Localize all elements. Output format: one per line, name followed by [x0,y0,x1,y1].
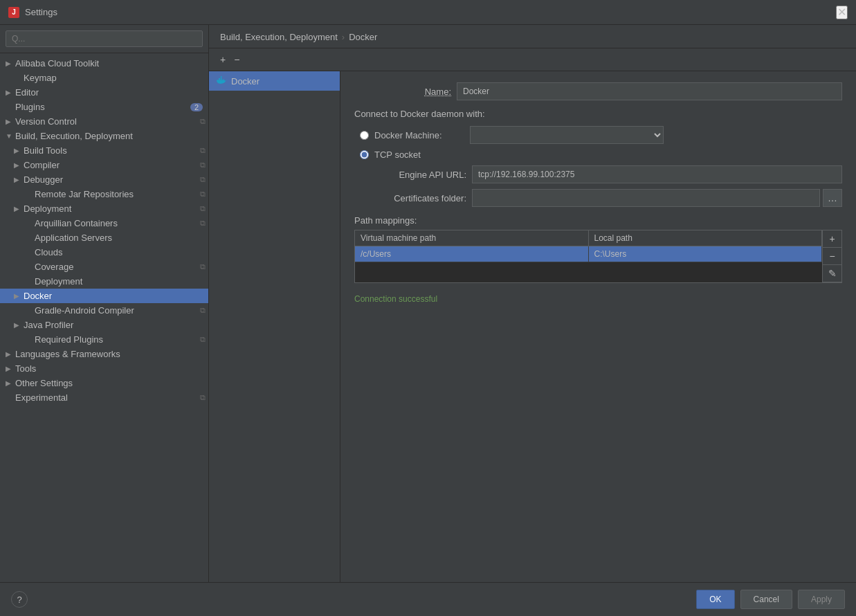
help-button[interactable]: ? [11,591,28,608]
sidebar-item-label: Build Tools [24,145,197,156]
copy-icon: ⧉ [200,204,206,213]
table-row[interactable]: /c/Users C:\Users [355,246,822,262]
sidebar-item-arquillian[interactable]: Arquillian Containers ⧉ [0,216,208,230]
close-button[interactable]: ✕ [836,6,848,19]
path-mappings-section: Path mappings: Virtual machine path Loca… [354,215,842,283]
sidebar-item-required-plugins[interactable]: Required Plugins ⧉ [0,332,208,347]
engine-api-row: Engine API URL: [354,165,842,183]
sidebar-item-coverage[interactable]: Coverage ⧉ [0,260,208,274]
path-table-actions: + − ✎ [822,230,841,282]
search-input[interactable] [6,30,203,47]
sidebar-item-label: Other Settings [15,378,206,388]
sidebar-item-label: Languages & Frameworks [15,349,206,359]
sidebar-item-editor[interactable]: ▶ Editor [0,85,208,100]
docker-icon [216,75,227,87]
sidebar-item-docker[interactable]: ▶ Docker [0,289,208,303]
copy-icon: ⧉ [200,117,206,126]
sidebar-item-alibaba[interactable]: ▶ Alibaba Cloud Toolkit [0,56,208,71]
connection-status: Connection successful [354,291,842,307]
arrow-icon: ▶ [14,205,24,212]
arrow-icon: ▶ [14,292,24,300]
sidebar-item-label: Docker [24,291,206,301]
docker-list-bar: + − [209,48,856,71]
breadcrumb-separator: › [342,32,345,42]
radio-group: Docker Machine: TCP socket Engine API UR… [354,126,842,207]
folder-browse-button[interactable]: … [823,189,842,207]
engine-api-input[interactable] [472,165,842,183]
docker-list-item[interactable]: Docker [209,71,340,91]
vm-path-header: Virtual machine path [355,230,589,246]
sidebar-item-remote-jar[interactable]: Remote Jar Repositories ⧉ [0,187,208,201]
breadcrumb-parent: Build, Execution, Deployment [220,32,338,42]
sidebar-item-label: Gradle-Android Compiler [35,305,197,316]
path-table: Virtual machine path Local path /c/Users… [355,230,822,282]
ok-button[interactable]: OK [696,590,734,609]
sidebar-item-deployment2[interactable]: Deployment [0,274,208,289]
apply-button[interactable]: Apply [798,590,845,609]
add-mapping-button[interactable]: + [823,230,841,248]
sidebar-item-debugger[interactable]: ▶ Debugger ⧉ [0,172,208,187]
sidebar-item-tools[interactable]: ▶ Tools [0,361,208,376]
footer: ? OK Cancel Apply [0,582,856,616]
docker-item-label: Docker [231,76,259,87]
sidebar-item-languages[interactable]: ▶ Languages & Frameworks [0,347,208,361]
certificates-input-group: … [472,189,842,207]
sidebar-item-build-exec[interactable]: ▼ Build, Execution, Deployment [0,129,208,143]
sidebar-item-label: Required Plugins [35,334,197,345]
sidebar-item-label: Editor [15,87,206,98]
sidebar-tree: ▶ Alibaba Cloud Toolkit Keymap ▶ Editor … [0,53,208,582]
docker-machine-select[interactable] [470,126,664,144]
sidebar-item-version-control[interactable]: ▶ Version Control ⧉ [0,114,208,129]
certificates-input[interactable] [472,189,820,207]
sidebar-item-label: Clouds [35,247,206,257]
sidebar-item-deployment[interactable]: ▶ Deployment ⧉ [0,201,208,216]
sidebar-item-other-settings[interactable]: ▶ Other Settings [0,376,208,390]
name-input[interactable] [457,82,842,100]
content-area: Build, Execution, Deployment › Docker + … [209,25,856,582]
sidebar-item-build-tools[interactable]: ▶ Build Tools ⧉ [0,143,208,158]
remove-docker-button[interactable]: − [231,53,242,66]
sidebar-item-plugins[interactable]: Plugins 2 [0,100,208,114]
sidebar-item-gradle-android[interactable]: Gradle-Android Compiler ⧉ [0,303,208,318]
copy-icon: ⧉ [200,190,206,199]
sidebar-item-label: Arquillian Containers [35,218,197,228]
sidebar-item-compiler[interactable]: ▶ Compiler ⧉ [0,158,208,172]
sidebar-item-app-servers[interactable]: Application Servers [0,230,208,245]
name-label: Name: [354,87,451,97]
engine-api-label: Engine API URL: [376,170,466,180]
sidebar-item-label: Debugger [24,174,197,185]
footer-right: OK Cancel Apply [696,590,845,609]
local-path-header: Local path [589,230,823,246]
arrow-icon: ▶ [6,379,15,387]
copy-icon: ⧉ [200,175,206,184]
path-table-header: Virtual machine path Local path [355,230,822,246]
docker-machine-label: Docker Machine: [374,130,464,141]
window-title: Settings [25,7,57,17]
tcp-socket-label: TCP socket [374,150,464,160]
cancel-button[interactable]: Cancel [740,590,792,609]
copy-icon: ⧉ [200,262,206,271]
sidebar-item-label: Plugins [15,102,190,112]
tcp-socket-radio[interactable] [360,150,369,159]
edit-mapping-button[interactable]: ✎ [823,265,841,282]
connect-section-label: Connect to Docker daemon with: [354,109,842,119]
sidebar-item-experimental[interactable]: Experimental ⧉ [0,390,208,405]
sidebar-item-java-profiler[interactable]: ▶ Java Profiler [0,318,208,332]
sidebar-item-label: Deployment [35,276,206,287]
arrow-icon: ▶ [6,60,15,67]
remove-mapping-button[interactable]: − [823,248,841,265]
docker-machine-radio[interactable] [360,131,369,140]
footer-left: ? [11,591,28,608]
sidebar-item-keymap[interactable]: Keymap [0,71,208,85]
sidebar-item-label: Build, Execution, Deployment [15,131,206,141]
copy-icon: ⧉ [200,161,206,170]
breadcrumb-current: Docker [349,32,377,42]
sidebar-item-label: Application Servers [35,233,206,243]
svg-rect-4 [219,78,220,80]
sidebar-item-clouds[interactable]: Clouds [0,245,208,260]
docker-settings-form: Name: Connect to Docker daemon with: Doc… [340,71,856,582]
copy-icon: ⧉ [200,335,206,344]
sidebar: ▶ Alibaba Cloud Toolkit Keymap ▶ Editor … [0,25,209,582]
path-mappings-container: Virtual machine path Local path /c/Users… [354,230,842,283]
add-docker-button[interactable]: + [217,53,228,66]
